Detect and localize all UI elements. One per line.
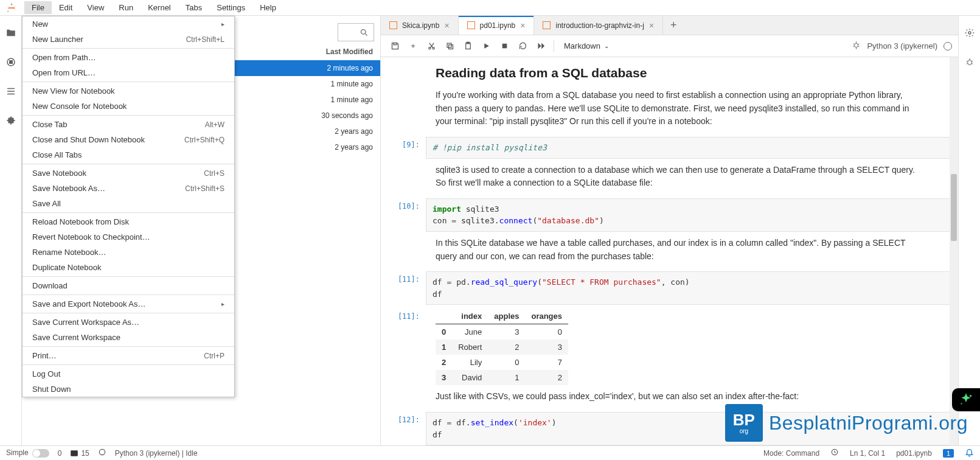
toc-icon[interactable] — [5, 85, 17, 97]
cell-type-select[interactable]: Markdown ⌄ — [559, 41, 614, 51]
menu-item-shut-down[interactable]: Shut Down — [23, 382, 234, 397]
menu-item-close-and-shut-down-notebook[interactable]: Close and Shut Down NotebookCtrl+Shift+Q — [23, 132, 234, 147]
kernel-name[interactable]: Python 3 (ipykernel) — [867, 41, 937, 51]
svg-point-0 — [11, 3, 13, 4]
menu-item-print-[interactable]: Print…Ctrl+P — [23, 348, 234, 363]
paste-button[interactable] — [460, 38, 476, 54]
menu-file[interactable]: File — [24, 1, 52, 14]
tab-skica[interactable]: Skica.ipynb× — [381, 16, 459, 35]
running-icon[interactable] — [5, 56, 17, 68]
close-icon[interactable]: × — [649, 21, 654, 30]
menu-tabs[interactable]: Tabs — [178, 1, 209, 14]
cut-button[interactable] — [423, 38, 439, 54]
menu-edit[interactable]: Edit — [52, 1, 80, 14]
table-row: 1Robert23 — [436, 340, 568, 355]
tab-pd01[interactable]: pd01.ipynb× — [459, 16, 535, 35]
lsp-icon[interactable] — [98, 448, 106, 458]
bell-icon[interactable] — [965, 448, 974, 459]
notebook-icon — [543, 21, 551, 29]
menu-item-save-notebook-as-[interactable]: Save Notebook As…Ctrl+Shift+S — [23, 181, 234, 196]
code-input[interactable]: df = pd.read_sql_query("SELECT * FROM pu… — [426, 271, 952, 305]
ai-assistant-badge[interactable] — [952, 388, 980, 411]
svg-line-24 — [858, 46, 860, 46]
prompt: [9]: — [383, 137, 426, 159]
menu-item-revert-notebook-to-checkpoint-[interactable]: Revert Notebook to Checkpoint… — [23, 229, 234, 245]
simple-toggle-label[interactable]: Simple — [6, 448, 49, 458]
close-icon[interactable]: × — [520, 21, 525, 30]
menu-item-close-all-tabs[interactable]: Close All Tabs — [23, 147, 234, 162]
svg-line-8 — [365, 33, 367, 35]
tab-graphviz[interactable]: introduction-to-graphviz-in-j× — [534, 16, 663, 35]
menu-item-save-and-export-notebook-as-[interactable]: Save and Export Notebook As…▸ — [23, 296, 234, 312]
property-inspector-icon[interactable] — [964, 27, 976, 39]
folder-icon[interactable] — [5, 27, 17, 39]
scrollbar[interactable] — [950, 57, 958, 445]
menu-item-new-view-for-notebook[interactable]: New View for Notebook — [23, 83, 234, 99]
scrollbar-thumb[interactable] — [951, 174, 957, 241]
menu-item-duplicate-notebook[interactable]: Duplicate Notebook — [23, 260, 234, 275]
stop-button[interactable] — [496, 38, 512, 54]
kernel-status-icon[interactable] — [944, 42, 952, 51]
search-icon — [360, 28, 369, 37]
menu-item-log-out[interactable]: Log Out — [23, 366, 234, 382]
menu-item-open-from-url-[interactable]: Open from URL… — [23, 65, 234, 80]
menu-kernel[interactable]: Kernel — [141, 1, 178, 14]
notification-badge[interactable]: 1 — [943, 449, 954, 458]
kernel-status[interactable]: Python 3 (ipykernel) | Idle — [115, 449, 198, 458]
chevron-right-icon: ▸ — [221, 301, 224, 307]
menu-settings[interactable]: Settings — [209, 1, 252, 14]
menu-item-new-console-for-notebook[interactable]: New Console for Notebook — [23, 99, 234, 114]
svg-line-31 — [966, 63, 967, 64]
menu-item-close-tab[interactable]: Close TabAlt+W — [23, 117, 234, 132]
tab-bar: Skica.ipynb× pd01.ipynb× introduction-to… — [381, 16, 958, 35]
svg-rect-9 — [394, 43, 397, 45]
menubar: File Edit View Run Kernel Tabs Settings … — [0, 0, 980, 16]
menu-item-new[interactable]: New▸ — [23, 16, 234, 32]
chevron-down-icon: ⌄ — [604, 43, 609, 49]
svg-point-19 — [855, 43, 858, 47]
menu-help[interactable]: Help — [252, 1, 283, 14]
new-tab-button[interactable]: + — [663, 16, 684, 35]
debugger-icon[interactable] — [964, 56, 976, 68]
copy-button[interactable] — [442, 38, 457, 54]
menu-item-save-current-workspace-as-[interactable]: Save Current Workspace As… — [23, 315, 234, 330]
filter-input[interactable] — [338, 23, 374, 41]
menu-item-save-current-workspace[interactable]: Save Current Workspace — [23, 330, 234, 345]
menu-item-new-launcher[interactable]: New LauncherCtrl+Shift+L — [23, 32, 234, 47]
menu-item-save-all[interactable]: Save All — [23, 196, 234, 211]
svg-point-36 — [970, 395, 971, 397]
menu-view[interactable]: View — [80, 1, 111, 14]
menu-item-open-from-path-[interactable]: Open from Path… — [23, 50, 234, 65]
right-sidebar — [958, 16, 980, 445]
prompt: [11]: — [383, 308, 426, 385]
save-button[interactable] — [387, 38, 403, 54]
code-input[interactable]: # !pip install pysqlite3 — [426, 137, 952, 159]
code-cell-11[interactable]: [11]: df = pd.read_sql_query("SELECT * F… — [383, 271, 952, 305]
file-dropdown-menu: New▸New LauncherCtrl+Shift+LOpen from Pa… — [22, 16, 235, 397]
menu-item-download[interactable]: Download — [23, 278, 234, 293]
table-row: 0June30 — [436, 324, 568, 340]
code-input[interactable]: import sqlite3 con = sqlite3.connect("da… — [426, 198, 952, 232]
notebook-body[interactable]: Reading data from a SQL database If you'… — [381, 57, 958, 445]
code-cell-9[interactable]: [9]: # !pip install pysqlite3 — [383, 137, 952, 159]
run-all-button[interactable] — [533, 38, 549, 54]
menu-item-save-notebook[interactable]: Save NotebookCtrl+S — [23, 166, 234, 181]
watermark-text: BesplatniProgrami.org — [769, 412, 968, 434]
paragraph: In this SQLite database we have a table … — [436, 237, 916, 263]
paragraph: Just like with CSVs, we could pass index… — [436, 390, 916, 403]
menu-item-rename-notebook-[interactable]: Rename Notebook… — [23, 245, 234, 260]
debug-icon[interactable] — [852, 41, 861, 52]
terminals-count[interactable]: 15 — [70, 449, 89, 458]
menu-item-reload-notebook-from-disk[interactable]: Reload Notebook from Disk — [23, 214, 234, 229]
close-icon[interactable]: × — [444, 21, 449, 30]
run-button[interactable] — [478, 38, 494, 54]
add-cell-button[interactable]: + — [405, 38, 421, 54]
toggle-icon[interactable] — [32, 449, 49, 458]
extension-icon[interactable] — [5, 114, 17, 127]
svg-point-27 — [967, 60, 971, 65]
svg-point-37 — [961, 403, 962, 404]
restart-button[interactable] — [515, 38, 530, 54]
svg-rect-18 — [502, 44, 507, 49]
code-cell-10[interactable]: [10]: import sqlite3 con = sqlite3.conne… — [383, 198, 952, 232]
menu-run[interactable]: Run — [111, 1, 141, 14]
